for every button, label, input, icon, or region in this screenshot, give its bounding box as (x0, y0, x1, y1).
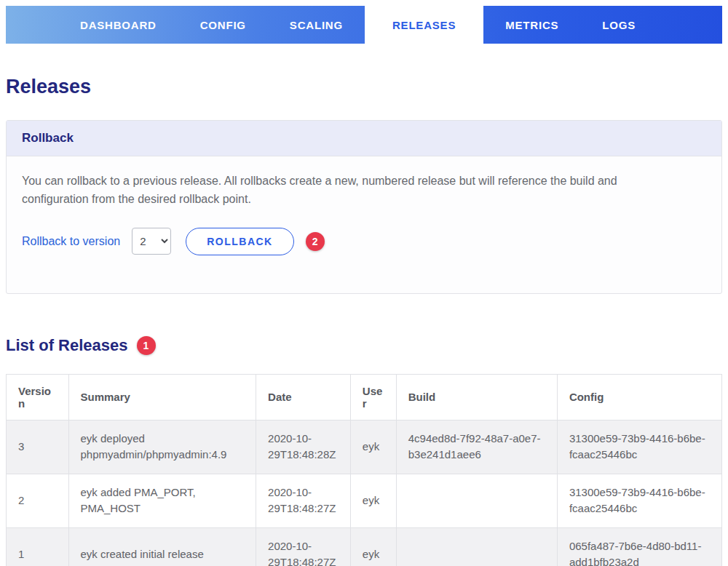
rollback-card-header: Rollback (7, 121, 721, 156)
table-row: 2 eyk added PMA_PORT, PMA_HOST 2020-10-2… (7, 474, 722, 527)
nav-logs[interactable]: LOGS (580, 6, 657, 44)
releases-section-title: List of Releases 1 (6, 336, 722, 355)
rollback-version-label: Rollback to version (22, 235, 120, 248)
releases-table: Version Summary Date User Build Config 3… (6, 374, 722, 566)
cell-version: 1 (7, 527, 69, 566)
rollback-description: You can rollback to a previous release. … (22, 172, 677, 209)
annotation-badge-1: 1 (137, 336, 156, 355)
page-title: Releases (6, 76, 722, 98)
cell-config: 31300e59-73b9-4416-b6be-fcaac25446bc (557, 474, 721, 527)
table-row: 1 eyk created initial release 2020-10-29… (7, 527, 722, 566)
table-row: 3 eyk deployed phpmyadmin/phpmyadmin:4.9… (7, 420, 722, 474)
rollback-card-body: You can rollback to a previous release. … (7, 156, 721, 293)
cell-version: 2 (7, 474, 69, 527)
col-header-summary: Summary (68, 374, 256, 420)
top-nav: DASHBOARD CONFIG SCALING RELEASES METRIC… (6, 6, 722, 44)
cell-config: 065fa487-7b6e-4d80-bd11-add1bfb23a2d (557, 527, 721, 566)
annotation-badge-2: 2 (306, 232, 325, 251)
cell-date: 2020-10-29T18:48:28Z (256, 420, 351, 474)
col-header-version: Version (7, 374, 69, 420)
table-header-row: Version Summary Date User Build Config (7, 374, 722, 420)
cell-user: eyk (350, 420, 396, 474)
releases-section-title-text: List of Releases (6, 336, 128, 355)
cell-summary: eyk added PMA_PORT, PMA_HOST (68, 474, 256, 527)
rollback-version-select[interactable]: 2 (132, 228, 171, 255)
cell-date: 2020-10-29T18:48:27Z (256, 527, 351, 566)
nav-dashboard[interactable]: DASHBOARD (58, 6, 178, 44)
page-container: DASHBOARD CONFIG SCALING RELEASES METRIC… (0, 0, 728, 566)
nav-releases[interactable]: RELEASES (365, 6, 483, 44)
nav-metrics[interactable]: METRICS (483, 6, 580, 44)
cell-version: 3 (7, 420, 69, 474)
rollback-button[interactable]: ROLLBACK (186, 228, 294, 255)
nav-config[interactable]: CONFIG (178, 6, 268, 44)
cell-user: eyk (350, 527, 396, 566)
col-header-build: Build (396, 374, 557, 420)
cell-date: 2020-10-29T18:48:27Z (256, 474, 351, 527)
cell-build: 4c94ed8d-7f92-48a7-a0e7-b3e241d1aee6 (396, 420, 557, 474)
cell-build (396, 474, 557, 527)
col-header-config: Config (557, 374, 721, 420)
rollback-controls: Rollback to version 2 ROLLBACK 2 (22, 228, 706, 255)
nav-scaling[interactable]: SCALING (268, 6, 365, 44)
col-header-date: Date (256, 374, 351, 420)
col-header-user: User (350, 374, 396, 420)
cell-user: eyk (350, 474, 396, 527)
cell-summary: eyk deployed phpmyadmin/phpmyadmin:4.9 (68, 420, 256, 474)
cell-config: 31300e59-73b9-4416-b6be-fcaac25446bc (557, 420, 721, 474)
cell-build (396, 527, 557, 566)
rollback-card: Rollback You can rollback to a previous … (6, 120, 722, 294)
cell-summary: eyk created initial release (68, 527, 256, 566)
